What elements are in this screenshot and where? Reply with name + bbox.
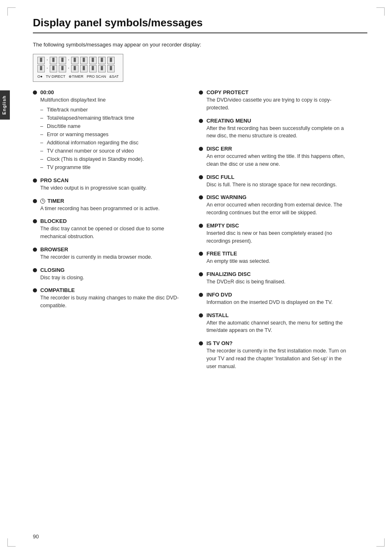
item-desc-is-tv-on: The recorder is currently in the first i… xyxy=(206,347,353,370)
clock-icon xyxy=(40,199,45,204)
sub-item-error-warning: Error or warning messages xyxy=(40,130,187,139)
item-desc-disc-err: An error occurred when writing the title… xyxy=(206,153,353,168)
list-item-install: INSTALL After the automatic channel sear… xyxy=(199,312,353,335)
seg-char-b2: ▓ xyxy=(50,65,57,72)
list-item-browser: BROWSER The recorder is currently in med… xyxy=(33,246,187,261)
display-label-sat: &SAT xyxy=(109,74,119,79)
seg-char-3: ▓ xyxy=(59,57,66,64)
seg-char-8: ▓ xyxy=(107,57,115,64)
item-content-time: 00:00 Multifunction display/text line Ti… xyxy=(40,89,187,172)
item-content-disc-warning: DISC WARNING An error occurred when reco… xyxy=(206,194,353,217)
list-item-disc-err: DISC ERR An error occurred when writing … xyxy=(199,146,353,168)
item-content-compatible: COMPATIBLE The recorder is busy making c… xyxy=(40,287,187,310)
bullet-dot-time xyxy=(33,90,37,95)
language-tab: English xyxy=(0,90,10,120)
seg-dot-1: · xyxy=(46,57,48,64)
bullet-dot-disc-full xyxy=(199,175,203,179)
item-content-timer: TIMER A timer recording has been program… xyxy=(40,198,187,213)
item-title-install: INSTALL xyxy=(206,312,353,318)
bullet-dot-pro-scan xyxy=(33,178,37,183)
bullet-dot-copy-protect xyxy=(199,90,203,95)
bullet-dot-disc-warning xyxy=(199,195,203,199)
item-content-closing: CLOSING Disc tray is closing. xyxy=(40,267,187,282)
item-desc-copy-protect: The DVD/video cassette you are trying to… xyxy=(206,96,353,112)
sub-item-additional-info: Additional information regarding the dis… xyxy=(40,139,187,147)
item-desc-finalizing-disc: The DVD±R disc is being finalised. xyxy=(206,278,353,286)
display-label-tv-direct: TV DIRECT xyxy=(46,74,65,79)
item-content-finalizing-disc: FINALIZING DISC The DVD±R disc is being … xyxy=(206,271,353,286)
list-item-timer: TIMER A timer recording has been program… xyxy=(33,198,187,213)
list-item-free-title: FREE TITLE An empty title was selected. xyxy=(199,250,353,265)
item-desc-timer: A timer recording has been programmed or… xyxy=(40,205,187,213)
item-title-closing: CLOSING xyxy=(40,267,187,273)
item-content-browser: BROWSER The recorder is currently in med… xyxy=(40,246,187,261)
seg-char-b4: ▓ xyxy=(71,65,78,72)
intro-text: The following symbols/messages may appea… xyxy=(33,41,367,49)
seg-char-b7: ▓ xyxy=(98,65,106,72)
list-item-is-tv-on: IS TV ON? The recorder is currently in t… xyxy=(199,340,353,370)
item-desc-free-title: An empty title was selected. xyxy=(206,257,353,265)
item-desc-closing: Disc tray is closing. xyxy=(40,274,187,282)
list-item-disc-full: DISC FULL Disc is full. There is no stor… xyxy=(199,174,353,189)
seg-char-b3: ▓ xyxy=(59,65,66,72)
list-item-time: 00:00 Multifunction display/text line Ti… xyxy=(33,89,187,172)
list-item-copy-protect: COPY PROTECT The DVD/video cassette you … xyxy=(199,89,353,112)
two-column-layout: 00:00 Multifunction display/text line Ti… xyxy=(33,89,367,376)
item-content-creating-menu: CREATING MENU After the first recording … xyxy=(206,118,353,140)
item-desc-time: Multifunction display/text line xyxy=(40,96,187,104)
list-item-empty-disc: EMPTY DISC Inserted disc is new or has b… xyxy=(199,223,353,245)
corner-mark-tr xyxy=(376,7,385,16)
sub-item-title-track: Title/track number xyxy=(40,106,187,114)
item-desc-info-dvd: Information on the inserted DVD is displ… xyxy=(206,299,353,306)
list-item-creating-menu: CREATING MENU After the first recording … xyxy=(199,118,353,140)
item-title-empty-disc: EMPTY DISC xyxy=(206,223,353,229)
seg-char-b1: ▓ xyxy=(37,65,45,72)
left-column: 00:00 Multifunction display/text line Ti… xyxy=(33,89,187,315)
bullet-dot-timer xyxy=(33,199,37,203)
display-panel-image: ▓ · ▓ ▓ · ▓ ▓ ▓ ▓ ▓ ▓ · ▓ ▓ · ▓ ▓ ▓ ▓ xyxy=(33,54,123,82)
corner-mark-bl xyxy=(7,538,16,547)
sub-list-time: Title/track number Total/elapsed/remaini… xyxy=(40,106,187,172)
bullet-dot-is-tv-on xyxy=(199,341,203,345)
seg-char-5: ▓ xyxy=(80,57,88,64)
display-label-o: O● xyxy=(37,74,42,79)
seg-dot-2: · xyxy=(68,57,69,64)
list-item-disc-warning: DISC WARNING An error occurred when reco… xyxy=(199,194,353,217)
seg-dot-b1: · xyxy=(46,65,48,72)
list-item-compatible: COMPATIBLE The recorder is busy making c… xyxy=(33,287,187,310)
sub-item-total-elapsed: Total/elapsed/remaining title/track time xyxy=(40,114,187,122)
sub-item-tv-channel: TV channel number or source of video xyxy=(40,147,187,155)
seg-char-b8: ▓ xyxy=(107,65,115,72)
bullet-dot-blocked xyxy=(33,219,37,223)
corner-mark-br xyxy=(376,538,385,547)
bullet-dot-disc-err xyxy=(199,147,203,151)
item-title-is-tv-on: IS TV ON? xyxy=(206,340,353,346)
page-title: Display panel symbols/messages xyxy=(33,16,367,33)
item-desc-pro-scan: The video output is in progressive scan … xyxy=(40,184,187,192)
sub-item-clock: Clock (This is displayed in Standby mode… xyxy=(40,155,187,163)
item-content-disc-err: DISC ERR An error occurred when writing … xyxy=(206,146,353,168)
bullet-dot-closing xyxy=(33,268,37,272)
corner-mark-tl xyxy=(7,7,16,16)
display-label-pro-scan: PRO SCAN xyxy=(87,74,106,79)
item-desc-empty-disc: Inserted disc is new or has been complet… xyxy=(206,229,353,245)
sub-item-tv-programme: TV programme title xyxy=(40,163,187,172)
bullet-dot-install xyxy=(199,313,203,318)
item-title-info-dvd: INFO DVD xyxy=(206,292,353,298)
item-desc-disc-full: Disc is full. There is no storage space … xyxy=(206,181,353,189)
bullet-dot-finalizing-disc xyxy=(199,272,203,276)
bullet-dot-empty-disc xyxy=(199,224,203,228)
item-desc-disc-warning: An error occurred when recording from ex… xyxy=(206,201,353,217)
item-title-blocked: BLOCKED xyxy=(40,218,187,224)
display-label-timer: ⊕TIMER xyxy=(69,74,83,79)
item-title-compatible: COMPATIBLE xyxy=(40,287,187,293)
item-title-disc-warning: DISC WARNING xyxy=(206,194,353,200)
sub-item-disc-title: Disc/title name xyxy=(40,122,187,130)
item-title-disc-full: DISC FULL xyxy=(206,174,353,180)
right-column: COPY PROTECT The DVD/video cassette you … xyxy=(199,89,353,376)
list-item-closing: CLOSING Disc tray is closing. xyxy=(33,267,187,282)
bullet-dot-compatible xyxy=(33,288,37,292)
item-title-timer: TIMER xyxy=(40,198,187,204)
page-number: 90 xyxy=(33,533,39,540)
item-desc-install: After the automatic channel search, the … xyxy=(206,319,353,335)
